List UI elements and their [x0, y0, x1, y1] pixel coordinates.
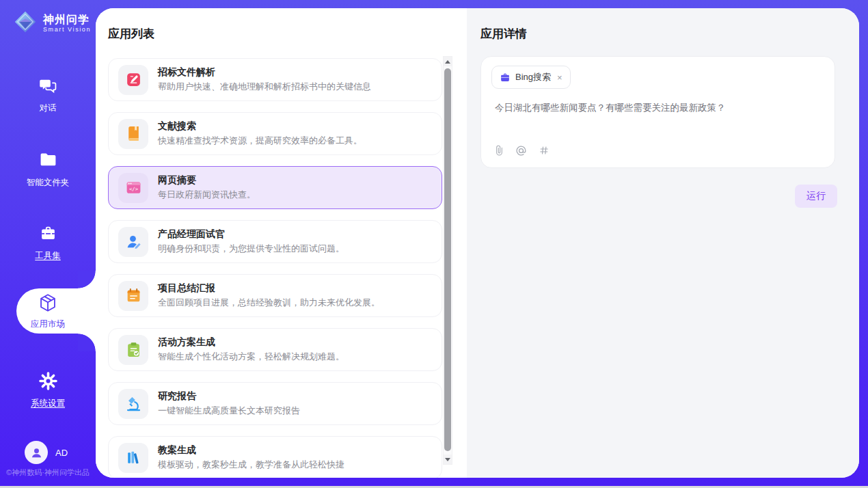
research-microscope-icon: [118, 389, 148, 419]
app-card-title: 项目总结汇报: [158, 282, 380, 295]
sidebar-item-label: 系统设置: [31, 398, 65, 409]
run-button[interactable]: 运行: [795, 185, 837, 208]
app-card-description: 帮助用户快速、准确地理解和解析招标书中的关键信息: [158, 81, 371, 93]
app-card-title: 产品经理面试官: [158, 228, 344, 241]
scroll-up-button[interactable]: [444, 57, 452, 66]
app-card-title: 活动方案生成: [158, 336, 344, 349]
mention-icon[interactable]: [515, 145, 527, 157]
app-card[interactable]: 教案生成模板驱动，教案秒生成，教学准备从此轻松快捷: [108, 436, 442, 478]
cube-icon: [38, 293, 58, 316]
app-card-title: 文献搜索: [158, 120, 362, 133]
attachment-icon[interactable]: [495, 144, 504, 157]
briefcase-icon: [500, 72, 511, 83]
app-card[interactable]: 活动方案生成智能生成个性化活动方案，轻松解决规划难题。: [108, 328, 442, 371]
app-card-description: 每日政府新闻资讯快查。: [158, 189, 256, 201]
active-tab-top-curve: [78, 271, 96, 288]
sidebar-item-system-settings[interactable]: 系统设置: [0, 372, 96, 409]
lesson-books-icon: [118, 443, 148, 473]
scroll-down-button[interactable]: [444, 455, 452, 464]
sidebar-item-label: 应用市场: [31, 318, 65, 330]
scrollbar-thumb[interactable]: [444, 68, 451, 451]
folder-icon: [39, 151, 57, 172]
app-card[interactable]: 研究报告一键智能生成高质量长文本研究报告: [108, 382, 442, 425]
app-card-description: 快速精准查找学术资源，提高研究效率的必备工具。: [158, 135, 362, 147]
app-card-title: 教案生成: [158, 444, 344, 457]
active-tab-bottom-curve: [78, 334, 96, 351]
app-card[interactable]: 招标文件解析帮助用户快速、准确地理解和解析招标书中的关键信息: [108, 58, 442, 101]
app-card-description: 智能生成个性化活动方案，轻松解决规划难题。: [158, 351, 344, 363]
tool-tag-label: Bing搜索: [515, 71, 551, 83]
brand-name: 神州问学: [43, 14, 91, 26]
app-card[interactable]: 产品经理面试官明确身份和职责，为您提供专业性的面试问题。: [108, 220, 442, 263]
sidebar-item-label: 智能文件夹: [27, 177, 70, 189]
user-initials: AD: [55, 448, 68, 458]
sidebar-item-app-market[interactable]: 应用市场: [16, 288, 96, 334]
webpage-code-icon: </>: [118, 173, 148, 203]
sidebar-item-label: 工具集: [35, 250, 61, 262]
arrow-down-icon: [445, 458, 450, 461]
app-card-description: 全面回顾项目进展，总结经验教训，助力未来优化发展。: [158, 297, 380, 309]
app-card-title: 网页摘要: [158, 174, 256, 187]
app-card[interactable]: 文献搜索快速精准查找学术资源，提高研究效率的必备工具。: [108, 112, 442, 155]
app-list-title: 应用列表: [108, 26, 154, 42]
tender-pen-icon: [118, 65, 148, 95]
hash-icon[interactable]: [539, 145, 550, 156]
interviewer-person-icon: [118, 227, 148, 257]
app-card-title: 招标文件解析: [158, 66, 371, 79]
svg-text:</>: </>: [128, 187, 138, 193]
prompt-text[interactable]: 今日湖北有哪些新闻要点？有哪些需要关注的最新政策？: [495, 102, 821, 114]
app-card-title: 研究报告: [158, 390, 300, 403]
main-content: 应用列表 招标文件解析帮助用户快速、准确地理解和解析招标书中的关键信息文献搜索快…: [96, 8, 859, 478]
composer-toolbar: [495, 144, 550, 157]
remove-tool-button[interactable]: ×: [557, 72, 562, 83]
app-card-description: 模板驱动，教案秒生成，教学准备从此轻松快捷: [158, 459, 344, 471]
sidebar: 神州问学 Smart Vision 对话智能文件夹工具集应用市场系统设置 AD …: [0, 0, 96, 488]
diamond-logo-icon: [12, 9, 38, 38]
user-account[interactable]: AD: [25, 441, 68, 464]
app-card-list: 招标文件解析帮助用户快速、准确地理解和解析招标书中的关键信息文献搜索快速精准查找…: [108, 58, 442, 478]
brand-subtitle: Smart Vision: [43, 26, 91, 33]
sidebar-item-chat[interactable]: 对话: [0, 77, 96, 114]
chat-icon: [39, 77, 57, 98]
tool-tag-bing-search[interactable]: Bing搜索 ×: [491, 66, 571, 89]
arrow-up-icon: [445, 60, 450, 64]
app-window: 神州问学 Smart Vision 对话智能文件夹工具集应用市场系统设置 AD …: [0, 0, 868, 488]
avatar[interactable]: [25, 441, 48, 464]
brand-logo: 神州问学 Smart Vision: [12, 9, 91, 38]
literature-book-icon: [118, 119, 148, 149]
sidebar-item-smart-folders[interactable]: 智能文件夹: [0, 151, 96, 189]
app-card[interactable]: </>网页摘要每日政府新闻资讯快查。: [108, 166, 442, 209]
app-detail-panel: 应用详情 Bing搜索 × 今日湖北有哪些新闻要点？有哪些需要关注的最新政策？ …: [467, 8, 859, 478]
app-card-description: 明确身份和职责，为您提供专业性的面试问题。: [158, 243, 344, 255]
prompt-card: Bing搜索 × 今日湖北有哪些新闻要点？有哪些需要关注的最新政策？: [480, 56, 835, 168]
copyright: ©神州数码·神州问学出品: [0, 467, 96, 478]
summary-calendar-icon: [118, 281, 148, 311]
app-detail-title: 应用详情: [480, 26, 527, 42]
app-card-description: 一键智能生成高质量长文本研究报告: [158, 405, 300, 417]
sidebar-item-toolset[interactable]: 工具集: [0, 224, 96, 262]
app-list-panel: 应用列表 招标文件解析帮助用户快速、准确地理解和解析招标书中的关键信息文献搜索快…: [96, 8, 467, 478]
list-scrollbar[interactable]: [443, 56, 452, 465]
toolbox-icon: [39, 224, 57, 245]
app-card[interactable]: 项目总结汇报全面回顾项目进展，总结经验教训，助力未来优化发展。: [108, 274, 442, 317]
sidebar-item-label: 对话: [40, 103, 57, 114]
activity-clipboard-icon: [118, 335, 148, 365]
gear-icon: [39, 372, 57, 393]
